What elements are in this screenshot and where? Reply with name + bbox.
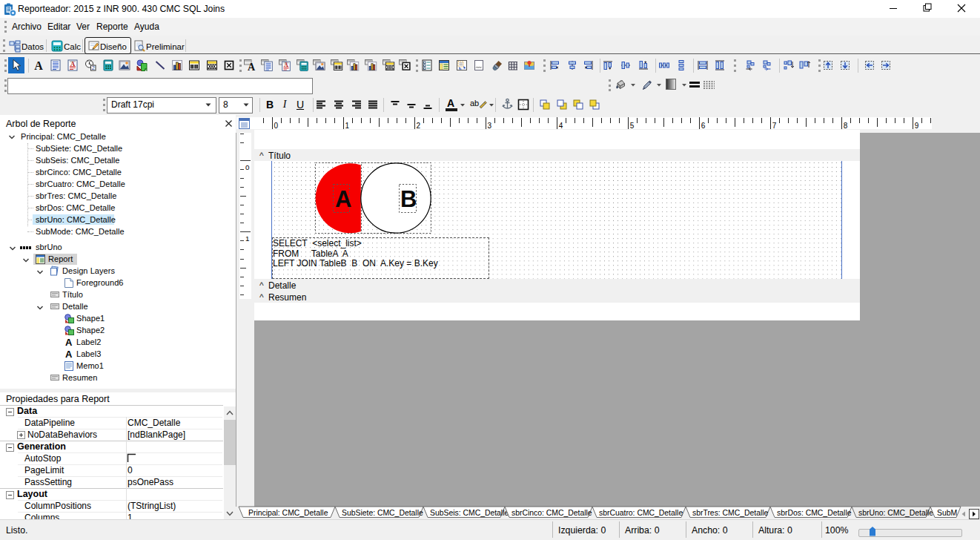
svg-text:3: 3 [488,122,492,130]
svg-text:Principal: CMC_Detalle: Principal: CMC_Detalle [248,509,328,517]
svg-text:A: A [335,186,351,212]
svg-text:1: 1 [245,234,249,243]
svg-text:sbrUno: CMC_Detalle: sbrUno: CMC_Detalle [858,509,933,517]
svg-text:0: 0 [274,122,279,130]
svg-text:1: 1 [345,122,350,130]
svg-text:2: 2 [417,122,421,130]
svg-text:2: 2 [92,65,95,70]
svg-text:A: A [284,62,288,68]
svg-text:SubSiete: CMC_Detalle: SubSiete: CMC_Detalle [342,509,423,517]
svg-text:SubSeis: CMC_Detalle: SubSeis: CMC_Detalle [430,509,509,517]
svg-text:sbrCuatro: CMC_Detalle: sbrCuatro: CMC_Detalle [599,509,683,517]
svg-text:0: 0 [245,163,250,171]
svg-text:SubM: SubM [937,509,957,517]
svg-text:sbrDos: CMC_Detalle: sbrDos: CMC_Detalle [777,509,852,517]
svg-text:4: 4 [559,122,563,130]
svg-text:A: A [248,61,256,73]
svg-text:sbrTres: CMC_Detalle: sbrTres: CMC_Detalle [692,509,769,517]
svg-text:7: 7 [772,122,777,130]
svg-text:A: A [34,59,43,72]
svg-text:9: 9 [915,122,919,130]
svg-text:B: B [400,186,417,212]
svg-text:8: 8 [844,122,848,130]
svg-text:sbrCinco: CMC_Detalle: sbrCinco: CMC_Detalle [511,509,592,517]
svg-text:6: 6 [701,122,706,130]
svg-text:5: 5 [630,122,635,130]
svg-text:A: A [70,60,76,68]
